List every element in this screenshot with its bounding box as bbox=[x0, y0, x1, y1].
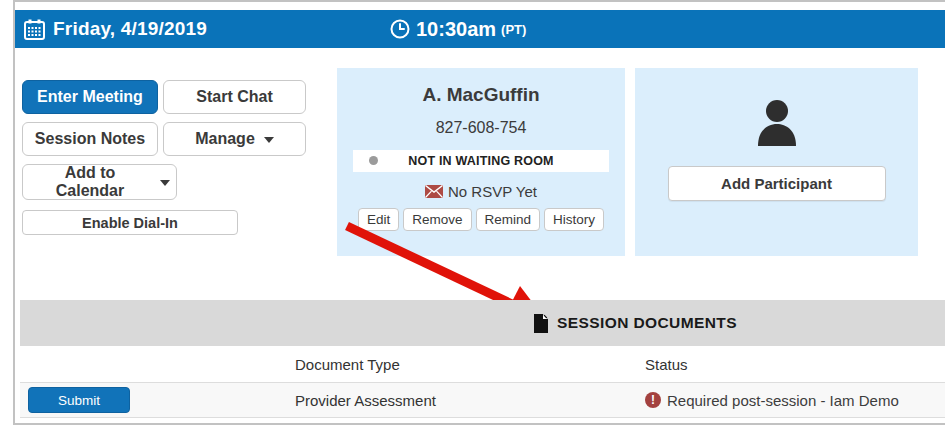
clock-icon bbox=[390, 19, 410, 39]
edit-button[interactable]: Edit bbox=[358, 208, 399, 231]
exclamation-circle-icon: ! bbox=[645, 392, 661, 408]
caret-down-icon bbox=[264, 137, 274, 143]
rsvp-status-text: No RSVP Yet bbox=[448, 183, 537, 200]
rsvp-status-line: No RSVP Yet bbox=[425, 183, 537, 200]
gray-dot-icon bbox=[369, 156, 378, 165]
add-to-calendar-dropdown-button[interactable]: Add to Calendar bbox=[22, 164, 177, 200]
remind-button[interactable]: Remind bbox=[476, 208, 541, 231]
waiting-room-status-bar: NOT IN WAITING ROOM bbox=[353, 150, 609, 172]
session-timezone: (PT) bbox=[501, 22, 526, 37]
participant-meeting-id: 827-608-754 bbox=[436, 119, 527, 137]
session-notes-button[interactable]: Session Notes bbox=[22, 122, 158, 156]
person-silhouette-icon bbox=[754, 98, 800, 150]
remove-button[interactable]: Remove bbox=[403, 208, 471, 231]
session-documents-icon bbox=[533, 314, 549, 333]
caret-down-icon bbox=[160, 180, 170, 186]
document-type-column-header: Document Type bbox=[275, 356, 625, 373]
status-column-header: Status bbox=[625, 356, 945, 373]
session-documents-header: SESSION DOCUMENTS bbox=[20, 300, 945, 346]
document-table-row: Submit Provider Assessment ! Required po… bbox=[20, 383, 945, 418]
participant-name: A. MacGuffin bbox=[422, 84, 539, 106]
history-button[interactable]: History bbox=[544, 208, 604, 231]
add-to-calendar-label: Add to Calendar bbox=[29, 164, 151, 200]
participant-card: A. MacGuffin 827-608-754 NOT IN WAITING … bbox=[337, 68, 625, 256]
no-rsvp-envelope-icon bbox=[425, 185, 443, 198]
add-participant-card: Add Participant bbox=[635, 68, 918, 256]
enable-dial-in-button[interactable]: Enable Dial-In bbox=[22, 210, 238, 235]
participant-action-row: Edit Remove Remind History bbox=[356, 208, 606, 231]
manage-dropdown-button[interactable]: Manage bbox=[163, 122, 306, 156]
session-date: Friday, 4/19/2019 bbox=[53, 18, 207, 40]
document-status-cell: ! Required post-session - Iam Demo bbox=[625, 392, 945, 409]
enter-meeting-button[interactable]: Enter Meeting bbox=[22, 80, 158, 114]
session-time-group: 10:30am (PT) bbox=[390, 10, 526, 48]
documents-table-header-row: Document Type Status bbox=[20, 346, 945, 383]
waiting-room-status: NOT IN WAITING ROOM bbox=[408, 154, 553, 168]
session-header-bar: Friday, 4/19/2019 10:30am (PT) bbox=[15, 10, 945, 48]
document-type-cell: Provider Assessment bbox=[275, 392, 625, 409]
submit-document-button[interactable]: Submit bbox=[28, 387, 130, 413]
start-chat-button[interactable]: Start Chat bbox=[163, 80, 306, 114]
add-participant-button[interactable]: Add Participant bbox=[668, 166, 886, 201]
document-status-text: Required post-session - Iam Demo bbox=[667, 392, 899, 409]
session-time: 10:30am bbox=[416, 18, 496, 41]
calendar-icon bbox=[24, 19, 45, 40]
session-documents-title: SESSION DOCUMENTS bbox=[557, 314, 737, 332]
manage-label: Manage bbox=[195, 130, 255, 148]
